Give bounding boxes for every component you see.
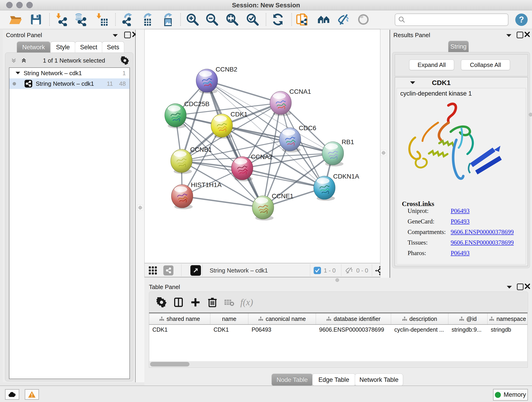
table-hscrollbar[interactable] xyxy=(149,361,527,367)
crosslink-pharos-link[interactable]: P06493 xyxy=(451,249,470,257)
node-hist1h1a[interactable]: HIST1H1A xyxy=(171,181,222,209)
horizontal-splitter-handle[interactable] xyxy=(336,278,339,282)
cell-namespace[interactable]: stringdb xyxy=(488,326,528,333)
collapse-section-icon[interactable] xyxy=(410,81,415,85)
network-view[interactable]: CCNB2 CCNA1 CDC25B CDK1 CDC6 R xyxy=(144,29,380,263)
right-splitter-handle[interactable] xyxy=(381,150,386,156)
network-row[interactable]: String Network – cdk1 11 48 xyxy=(9,78,129,89)
cell-databaseidentifier[interactable]: 9606.ENSP00000378699 xyxy=(316,326,391,333)
node-cdkn1a[interactable]: CDKN1A xyxy=(314,173,359,201)
table-toolbar: f(x) xyxy=(149,292,528,313)
close-panel-icon[interactable] xyxy=(525,283,530,289)
save-session-button[interactable] xyxy=(29,12,43,27)
collapse-all-button[interactable]: Collapse All xyxy=(461,60,510,70)
hide-details-button[interactable] xyxy=(336,12,351,27)
detach-view-icon[interactable] xyxy=(190,265,201,276)
crosslink-tissues-link[interactable]: 9606.ENSP00000378699 xyxy=(451,239,514,246)
selected-checkbox-icon[interactable] xyxy=(314,267,321,274)
refresh-layout-button[interactable] xyxy=(271,12,285,27)
cell-canonicalname[interactable]: P06493 xyxy=(248,326,316,333)
column-header-databaseidentifier[interactable]: database identifier xyxy=(316,313,391,324)
import-network-file-button[interactable] xyxy=(55,12,69,27)
tab-sets[interactable]: Sets xyxy=(102,41,124,53)
export-network-button[interactable] xyxy=(119,12,133,27)
crosslink-compartments-link[interactable]: 9606.ENSP00000378699 xyxy=(451,229,514,236)
expand-all-button[interactable]: Expand All xyxy=(409,60,454,70)
network-options-gear-icon[interactable] xyxy=(121,56,129,65)
node-cdk1[interactable]: CDK1 xyxy=(211,111,248,139)
panel-menu-icon[interactable] xyxy=(506,285,512,289)
column-header-name[interactable]: name xyxy=(210,313,248,324)
cell-description[interactable]: cyclin-dependent ... xyxy=(391,326,448,333)
left-splitter-handle[interactable] xyxy=(138,205,143,211)
column-header-description[interactable]: description xyxy=(391,313,448,324)
tab-string[interactable]: String xyxy=(448,41,469,52)
left-splitter[interactable] xyxy=(136,30,144,382)
tab-style[interactable]: Style xyxy=(51,41,75,53)
tab-network-table[interactable]: Network Table xyxy=(355,374,403,386)
column-header-id[interactable]: @id xyxy=(448,313,488,324)
eye-button[interactable] xyxy=(356,12,370,27)
share-document-button[interactable] xyxy=(296,12,310,27)
table-gear-icon[interactable] xyxy=(157,297,167,307)
column-header-canonicalname[interactable]: canonical name xyxy=(248,313,316,324)
zoom-selected-button[interactable] xyxy=(245,12,260,27)
column-header-sharedname[interactable]: shared name xyxy=(149,313,210,324)
open-session-button[interactable] xyxy=(8,12,23,27)
cloud-icon xyxy=(8,391,16,397)
column-header-namespace[interactable]: namespace xyxy=(488,313,528,324)
import-table-icon xyxy=(95,13,109,26)
memory-button[interactable]: Memory xyxy=(493,389,528,401)
tab-network[interactable]: Network xyxy=(17,41,51,53)
collapse-all-icon[interactable] xyxy=(10,57,17,64)
node-rb1[interactable]: RB1 xyxy=(322,138,354,166)
cloud-button[interactable] xyxy=(5,389,19,400)
add-column-icon[interactable] xyxy=(190,297,201,307)
expand-all-icon[interactable] xyxy=(20,57,27,64)
edge-ccnb2-ccne1[interactable] xyxy=(207,81,263,207)
table-hscrollbar-thumb[interactable] xyxy=(150,362,190,366)
edge-hist1h1a-ccne1[interactable] xyxy=(182,196,263,207)
cell-id[interactable]: stringdb:9... xyxy=(448,326,488,333)
node-table[interactable]: shared namenamecanonical namedatabase id… xyxy=(149,313,528,368)
panel-menu-icon[interactable] xyxy=(112,33,118,38)
window-title: Session: New Session xyxy=(0,2,532,9)
float-panel-icon[interactable] xyxy=(124,32,131,38)
crosslink-genecard-link[interactable]: P06493 xyxy=(451,218,470,225)
memory-status-dot xyxy=(495,392,501,398)
cell-name[interactable]: CDK1 xyxy=(210,326,248,333)
tab-edge-table[interactable]: Edge Table xyxy=(312,374,355,386)
export-image-button[interactable] xyxy=(159,12,173,27)
results-scroll-dot[interactable] xyxy=(529,113,532,116)
table-row[interactable]: CDK1CDK1P064939606.ENSP00000378699cyclin… xyxy=(149,325,527,334)
zoom-out-button[interactable] xyxy=(205,12,219,27)
edge-ccnb2-ccna1[interactable] xyxy=(207,81,281,103)
node-ccne1[interactable]: CCNE1 xyxy=(252,192,293,220)
show-columns-icon[interactable] xyxy=(173,297,184,307)
tab-select[interactable]: Select xyxy=(75,41,102,53)
float-panel-icon[interactable] xyxy=(517,283,524,290)
grid-view-icon[interactable] xyxy=(148,265,158,275)
tab-node-table[interactable]: Node Table xyxy=(272,374,313,386)
gene-header[interactable]: CDK1 xyxy=(395,77,528,88)
houses-button[interactable] xyxy=(317,12,331,27)
import-table-button[interactable] xyxy=(95,12,109,27)
export-table-button[interactable] xyxy=(138,12,152,27)
help-button[interactable]: ? xyxy=(515,13,528,26)
zoom-fit-button[interactable] xyxy=(225,12,239,27)
share-view-icon[interactable] xyxy=(163,265,173,275)
network-collection-row[interactable]: String Network – cdk1 1 xyxy=(9,68,129,78)
zoom-in-button[interactable] xyxy=(185,12,200,27)
warning-button[interactable] xyxy=(25,389,39,400)
search-input[interactable] xyxy=(395,13,508,26)
close-panel-icon[interactable] xyxy=(525,32,530,37)
crosslink-uniprot-link[interactable]: P06493 xyxy=(451,207,470,215)
cell-sharedname[interactable]: CDK1 xyxy=(149,326,210,333)
expander-icon[interactable] xyxy=(15,71,20,75)
float-panel-icon[interactable] xyxy=(517,32,523,38)
panel-menu-icon[interactable] xyxy=(506,33,512,38)
right-splitter[interactable] xyxy=(380,30,389,278)
import-network-database-button[interactable] xyxy=(74,12,88,27)
delete-column-icon[interactable] xyxy=(207,297,217,307)
toolbar-divider xyxy=(266,13,266,26)
